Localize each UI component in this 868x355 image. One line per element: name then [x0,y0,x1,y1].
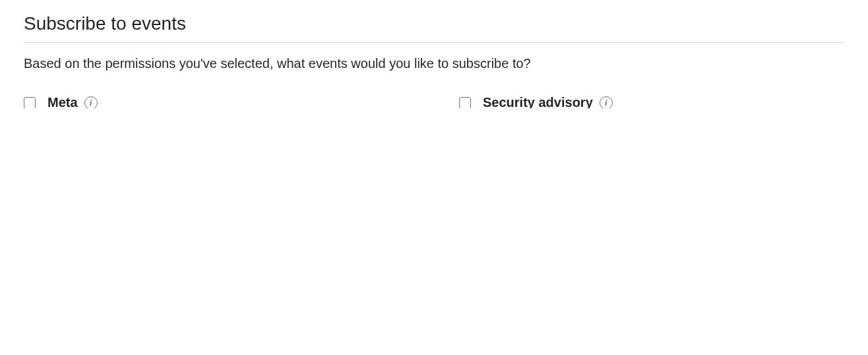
section-heading: Subscribe to events [24,13,844,43]
info-icon[interactable]: i [84,96,98,109]
checkbox-security-advisory[interactable] [459,97,471,108]
info-icon[interactable]: i [600,96,613,109]
event-title-row: Meta i [47,95,413,108]
checkbox-meta[interactable] [24,97,36,108]
event-content: Meta i When this App is deleted and the … [47,95,413,108]
event-title: Meta [47,95,78,108]
event-item-meta: Meta i When this App is deleted and the … [24,95,413,108]
section-subtitle: Based on the permissions you've selected… [24,56,844,71]
subscribe-events-section: Subscribe to events Based on the permiss… [0,0,868,108]
event-item-security-advisory: Security advisory i Security advisory pu… [459,95,855,108]
event-title: Security advisory [483,95,593,108]
event-content: Security advisory i Security advisory pu… [483,95,855,108]
event-title-row: Security advisory i [483,95,855,108]
